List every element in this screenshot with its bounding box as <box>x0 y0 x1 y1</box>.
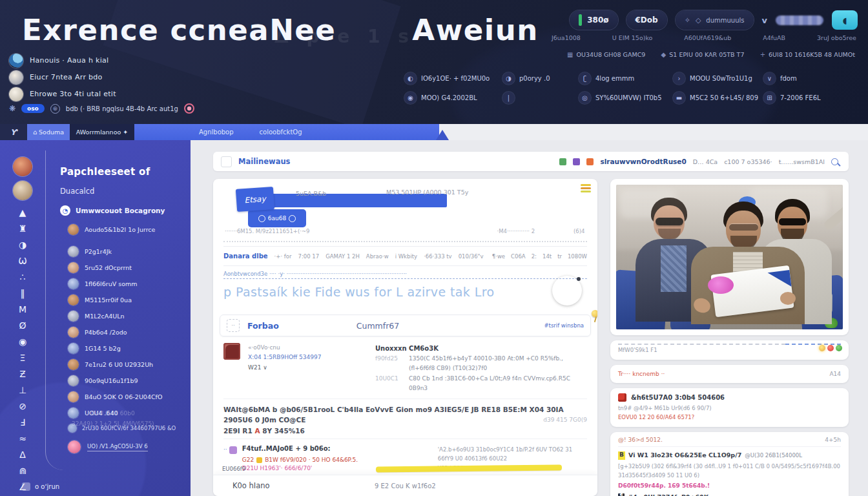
pink-badge-icon[interactable] <box>184 103 194 114</box>
sidebar-item-link[interactable]: UO) /V1.AgCO5U-3V 6 <box>60 440 191 453</box>
nav-item-1[interactable]: coloobfcktOg <box>260 129 302 136</box>
quick-link[interactable]: ◐ IO6y1OE· + f02MU0o <box>404 72 502 85</box>
divider-card[interactable]: MfW0'S9k1 F1 <box>610 340 849 360</box>
green-app-icon[interactable] <box>559 158 566 165</box>
rail-avatar-2[interactable] <box>13 181 32 200</box>
rail-avatar-1[interactable] <box>13 157 32 176</box>
data-row-2[interactable]: ·· F4tuf..MAJo0E + 9 b06o: G22 B1W f6V9/… <box>223 439 587 479</box>
sidebar-item[interactable]: 7e1ru2 6 U0 U2932Uh <box>60 356 191 373</box>
stat-item[interactable]: ◆ S1 EPIU 00 KAR 05TB T7 <box>661 51 745 58</box>
action-button[interactable]: ◖ <box>832 10 858 30</box>
sidebar-item[interactable]: P4b6o4 /2odo <box>60 324 191 340</box>
rail-icon[interactable]: ◑ <box>0 237 45 253</box>
rail-icon[interactable]: ⊘ <box>0 398 45 415</box>
sender-avatar[interactable] <box>552 276 582 305</box>
sidebar-item[interactable]: 1G14 5 b2g <box>60 340 191 356</box>
quick-link[interactable]: ▬ M5C2 50 6+L45/ 809 <box>673 92 763 104</box>
subject-link[interactable]: Aonbtvwcond3e ···· ·y· ·················… <box>223 271 587 279</box>
stat-pill-primary[interactable]: 380ø <box>570 10 617 30</box>
sidebar-item[interactable]: B4uO 5OK O 06-2U04CfO <box>60 389 191 405</box>
nav-logo[interactable]: Ƴ <box>0 124 27 140</box>
sidebar-item[interactable]: 1fl66l6ruV somm <box>60 276 191 292</box>
alert-text[interactable]: Tr···· kncnemb ·· <box>618 371 665 377</box>
rail-icon[interactable]: ◉ <box>0 334 45 350</box>
quick-link[interactable]: | <box>502 92 579 104</box>
rail-icon[interactable]: ♜ <box>0 221 45 237</box>
tab-worklane-active[interactable]: AWorrmlannoo ✦ <box>70 124 134 140</box>
rail-icon[interactable]: Ø <box>0 318 45 334</box>
filter-chip[interactable]: 14t <box>542 253 552 260</box>
rail-icon[interactable]: ∴ <box>0 269 45 285</box>
data-row-1[interactable]: «·o0Vo·cnu X:04 1:5RB9HOff 534997 W21 ∨ … <box>223 336 587 399</box>
purple-app-icon[interactable] <box>573 158 580 165</box>
rail-icon[interactable]: ⊥ <box>0 382 45 398</box>
section-col1[interactable]: Forbao <box>247 321 279 331</box>
section-col2[interactable]: Cummfr67 <box>356 321 399 331</box>
row1-blue-line[interactable]: X:04 1:5RB9HOff 534997 <box>248 353 367 362</box>
tab-home[interactable]: ⌂ Soduma <box>27 124 70 140</box>
section-checkbox[interactable]: ·· <box>227 319 240 332</box>
pushpin-icon[interactable] <box>592 310 597 317</box>
essay-button[interactable]: Etsay <box>236 187 274 212</box>
toolbar-meta-1[interactable]: D… 4Ca <box>693 158 718 165</box>
rail-icon[interactable]: ⋒ <box>0 463 45 479</box>
news2-item-2[interactable]: ¶ #4 o0Ub7274fgP0+60K (502 - 849 4C/70 1… <box>618 493 841 496</box>
header-user-row[interactable]: Eiucr 7ntea Arr bdo <box>9 70 116 85</box>
filter-chip[interactable]: C06A <box>511 253 526 260</box>
news-card-2[interactable]: @! 36>d 5012. 4+5h B Vi W1 3lo23t O6&25E… <box>610 432 849 496</box>
rail-icon[interactable]: Ⅎ <box>0 415 45 431</box>
sidebar-footer[interactable]: o oʻjrun <box>22 482 59 491</box>
filter-chip[interactable]: ¶·we <box>492 253 505 260</box>
reply-footer[interactable]: K0o hIano 9 E2 Cou K w1f6o2 <box>213 475 597 496</box>
quick-link[interactable]: ∨ fdom <box>763 72 860 85</box>
sidebar-item[interactable]: 90o9qU16u1f1b9 <box>60 373 191 389</box>
quick-link[interactable]: ◑ p0oryy .0 <box>502 72 579 85</box>
filter-chip[interactable]: ·+· for <box>274 253 292 260</box>
stat-pill-secondary[interactable]: €Dob <box>626 10 667 30</box>
filter-chip-lead[interactable]: Danara dlbe <box>223 253 268 260</box>
oso-badge[interactable]: oso <box>21 104 45 113</box>
toolbar-meta-3[interactable]: t……swsmB1Al <box>779 158 825 165</box>
rail-icon[interactable]: M <box>0 302 45 318</box>
filter-chip[interactable]: GAMAY 1 2H <box>326 253 360 260</box>
filter-chip[interactable]: 010/36"v <box>459 253 484 260</box>
news2-item-1[interactable]: B Vi W1 3lo23t O6&25Ee CL1O9p/7 @U(30 26… <box>618 451 841 489</box>
select-all-checkbox[interactable] <box>221 156 232 167</box>
sidebar-item[interactable]: P2g1r4Jk <box>60 243 191 260</box>
news2-header-text[interactable]: @! 36>d 5012. <box>618 437 663 443</box>
filter-chip[interactable]: 7:00 17 <box>298 253 320 260</box>
sidebar-item[interactable]: Aoudo5&1b2l 1o Jurrce <box>60 222 191 238</box>
photo-card[interactable] <box>610 179 849 335</box>
chevron-down-icon[interactable]: v <box>762 16 767 25</box>
nav-item-0[interactable]: Agnlbobop <box>199 129 234 136</box>
filter-chip[interactable]: tr <box>557 253 562 260</box>
sidebar-item[interactable]: M5115rr0if 0ua <box>60 292 191 308</box>
rail-icon[interactable]: Ξ <box>0 350 45 366</box>
alert-card[interactable]: Tr···· kncnemb ·· A14 <box>610 365 849 383</box>
news-card-1[interactable]: &h6t5U7A0 3:0b4 504606 tn9# @4/9+ M61b U… <box>610 388 849 427</box>
news2-item1-pink-link[interactable]: D60f0t59r44p. 169 5t664b.! <box>618 482 841 489</box>
search-icon[interactable] <box>831 158 838 165</box>
rail-icon[interactable]: Ƶ <box>0 366 45 382</box>
quick-link[interactable]: › MOOU S0wTro1U1g <box>673 72 763 85</box>
filter-chip[interactable]: 2: <box>532 253 537 260</box>
rail-icon[interactable]: ≈ <box>0 431 45 447</box>
news1-red-link[interactable]: EOVU0 12 20 60/A64 6571? <box>618 414 841 420</box>
filter-chip[interactable]: Abrao·w <box>366 253 389 260</box>
rail-icon[interactable]: ‖ <box>0 285 45 302</box>
row1-dark-line[interactable]: W21 ∨ <box>248 363 367 373</box>
sidebar-item[interactable]: M1L2cA4ULn <box>60 308 191 324</box>
header-user-row[interactable]: Hanouis · Aaua h kial <box>9 53 116 68</box>
rail-icon[interactable]: Ѡ <box>0 253 45 269</box>
sidebar-section-header[interactable]: ◔ Umwwcouot Bocagrony <box>60 205 191 216</box>
filter-chip[interactable]: i Wkbity <box>395 253 418 260</box>
header-user-row[interactable]: Ehrowe 3to 4ti utal etit <box>9 87 116 101</box>
stat-item[interactable]: ▦ OU34U8 GH08 GAMC9 <box>567 51 645 58</box>
rail-icon[interactable]: ▲ <box>0 205 45 221</box>
stat-pill-tertiary[interactable]: ✧ ◇ dummuuuls <box>676 10 754 30</box>
quick-link[interactable]: ʗ 4log emmm <box>579 72 673 85</box>
compose-tag-pill[interactable]: 6au68 <box>248 209 306 227</box>
rail-icon[interactable]: Δ <box>0 447 45 463</box>
toolbar-meta-2[interactable]: c100 7 o35346· <box>724 158 772 165</box>
quick-link[interactable]: ◉ MOO) G4.2002BL <box>404 92 502 104</box>
